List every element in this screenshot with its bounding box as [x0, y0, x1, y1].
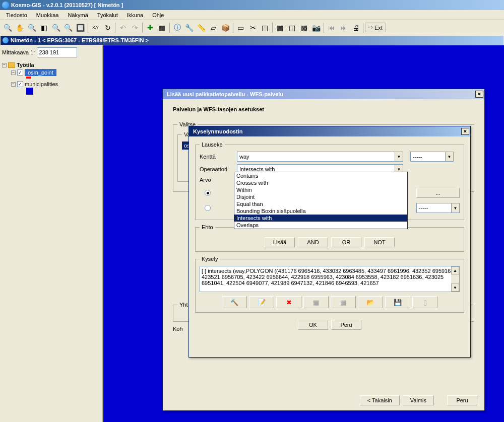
opt-disjoint[interactable]: Disjoint: [234, 193, 407, 200]
tree-root-label: Työtila: [17, 62, 34, 68]
and-button[interactable]: AND: [298, 237, 328, 247]
layer-tree: − Työtila − ✓ osm_point − ✓ municipaliti…: [2, 61, 100, 95]
label-kentta: Kenttä: [200, 154, 234, 160]
area-icon[interactable]: ▱: [208, 22, 219, 33]
opt-intersects[interactable]: Intersects with: [234, 215, 407, 222]
kentta-combo[interactable]: way▼: [237, 152, 403, 162]
layer2-checkbox[interactable]: ✓: [17, 81, 23, 87]
opt-crosses[interactable]: Crosses with: [234, 179, 407, 186]
sql-icon[interactable]: ▤: [259, 22, 271, 33]
zoom-extent-icon[interactable]: ◧: [38, 22, 50, 33]
query-dialog-title: Kyselynmuodostin: [193, 128, 242, 134]
opt-contains[interactable]: Contains: [234, 172, 407, 179]
grid2-icon[interactable]: ▦: [331, 296, 356, 308]
menubar: Tiedosto Muokkaa Näkymä Työkalut Ikkuna …: [0, 10, 504, 20]
lisaa-button[interactable]: Lisää: [265, 237, 295, 247]
info-icon[interactable]: ⓘ: [171, 22, 183, 33]
fwd-icon[interactable]: ⏭: [338, 22, 349, 33]
query-dialog-titlebar[interactable]: Kyselynmuodostin ✕: [189, 126, 470, 136]
tree-toggle-icon[interactable]: −: [11, 71, 16, 75]
operator-dropdown[interactable]: Contains Crosses with Within Disjoint Eq…: [234, 172, 408, 229]
wfs-dialog-title: Lisää uusi paikkatietopalvellu - WFS-pal…: [167, 91, 283, 97]
opt-overlaps[interactable]: Overlaps: [234, 222, 407, 229]
opt-within[interactable]: Within: [234, 186, 407, 193]
tree-layer2-row[interactable]: − ✓ municipalities: [2, 81, 100, 88]
camera-icon[interactable]: 📷: [310, 22, 322, 33]
cut-icon[interactable]: ✂: [247, 22, 259, 33]
scale-input[interactable]: [37, 47, 77, 57]
table-icon[interactable]: ▦: [274, 22, 286, 33]
layer-stack-icon[interactable]: ▦: [156, 22, 168, 33]
radio-1[interactable]: [205, 190, 211, 196]
menu-view[interactable]: Näkymä: [64, 11, 92, 19]
zoom-prev-icon[interactable]: 🔍: [50, 22, 62, 33]
back-button[interactable]: < Takaisin: [360, 395, 400, 405]
menu-file[interactable]: Tiedosto: [2, 11, 31, 19]
coord-icon[interactable]: X,Y: [90, 22, 101, 33]
open-icon[interactable]: 📂: [358, 296, 383, 308]
chevron-down-icon[interactable]: ▼: [395, 152, 403, 161]
menu-window[interactable]: Ikkuna: [123, 11, 147, 19]
chevron-down-icon[interactable]: ▼: [451, 203, 459, 213]
doc-icon[interactable]: ▯: [412, 296, 437, 308]
grid1-icon[interactable]: ▦: [303, 296, 329, 308]
ok-button[interactable]: OK: [298, 320, 328, 330]
opt-equal[interactable]: Equal than: [234, 200, 407, 207]
finish-button[interactable]: Valmis: [403, 395, 434, 405]
menu-tools[interactable]: Työkalut: [93, 11, 122, 19]
menu-help[interactable]: Ohje: [148, 11, 168, 19]
tree-toggle-icon[interactable]: −: [2, 63, 7, 67]
save-icon[interactable]: 💾: [385, 296, 410, 308]
app-titlebar: Kosmo-GIS - v.2.0.1 (20110527) [ Nimetön…: [0, 0, 504, 10]
redo-icon[interactable]: ↷: [129, 22, 141, 33]
opt-bbox[interactable]: Bounding Boxin sisäpuolella: [234, 207, 407, 215]
palette-icon[interactable]: ▩: [298, 22, 310, 33]
zoom-box-icon[interactable]: 🔲: [75, 22, 86, 33]
blank-combo[interactable]: -----▼: [410, 152, 454, 162]
folder-icon: [8, 62, 15, 68]
radio-2[interactable]: [205, 205, 211, 211]
edit-icon[interactable]: 📝: [249, 296, 274, 308]
or-button[interactable]: OR: [331, 237, 361, 247]
scrollbar[interactable]: ▲▼: [451, 266, 459, 292]
pointer-icon[interactable]: ▭: [235, 22, 246, 33]
back-icon[interactable]: ⏮: [326, 22, 337, 33]
chart-icon[interactable]: ◫: [286, 22, 298, 33]
ext-button[interactable]: ⇨Ext: [365, 23, 386, 32]
ruler-icon[interactable]: 📏: [196, 22, 207, 33]
add-layer-icon[interactable]: ✚: [144, 22, 156, 33]
zoom-next-icon[interactable]: 🔍: [62, 22, 74, 33]
wfs-dialog-titlebar[interactable]: Lisää uusi paikkatietopalvellu - WFS-pal…: [163, 89, 484, 99]
close-button[interactable]: ✕: [461, 128, 469, 135]
close-button[interactable]: ✕: [475, 91, 483, 98]
undo-icon[interactable]: ↶: [117, 22, 129, 33]
chevron-down-icon[interactable]: ▼: [445, 152, 453, 161]
query-textarea[interactable]: [ [ intersects (way,POLYGON ((431176 696…: [200, 266, 460, 292]
pan-icon[interactable]: ✋: [14, 22, 26, 33]
tree-toggle-icon[interactable]: −: [11, 82, 16, 87]
layer1-label[interactable]: osm_point: [25, 69, 56, 76]
refresh-icon[interactable]: ↻: [102, 22, 113, 33]
zoom-in-icon[interactable]: 🔍: [2, 22, 14, 33]
peru-button[interactable]: Peru: [331, 320, 361, 330]
hammer-icon[interactable]: 🔨: [222, 296, 247, 308]
menu-edit[interactable]: Muokkaa: [32, 11, 63, 19]
print-icon[interactable]: 🖨: [350, 22, 361, 33]
cancel-button[interactable]: Peru: [447, 395, 477, 405]
scroll-up-icon[interactable]: ▲: [451, 266, 459, 274]
label-operaattori: Operaattori: [200, 166, 234, 172]
wrench-icon[interactable]: 🔧: [183, 22, 195, 33]
label-arvo: Arvo: [200, 177, 234, 183]
not-button[interactable]: NOT: [364, 237, 395, 247]
layer1-checkbox[interactable]: ✓: [17, 69, 23, 76]
dots-button[interactable]: ...: [416, 188, 460, 198]
blank-combo-2[interactable]: -----▼: [416, 203, 460, 213]
box-icon[interactable]: 📦: [220, 22, 231, 33]
doc-icon: [3, 37, 9, 43]
scroll-down-icon[interactable]: ▼: [451, 284, 459, 292]
tree-layer1-row[interactable]: − ✓ osm_point: [2, 68, 100, 77]
layer2-label: municipalities: [25, 81, 58, 87]
delete-icon[interactable]: ✖: [276, 296, 301, 308]
zoom-out-icon[interactable]: 🔍: [26, 22, 38, 33]
tree-root[interactable]: − Työtila: [2, 61, 100, 68]
